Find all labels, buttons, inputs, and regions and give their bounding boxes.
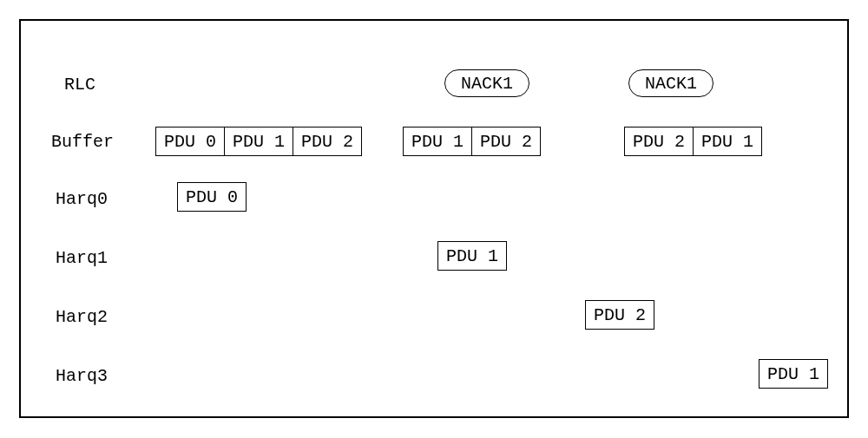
buffer-g1-pdu1: PDU 1 bbox=[224, 127, 293, 156]
buffer-g2-pdu2: PDU 2 bbox=[471, 127, 541, 156]
buffer-g1-pdu2: PDU 2 bbox=[293, 127, 362, 156]
harq0-label: Harq0 bbox=[56, 189, 108, 209]
harq3-label: Harq3 bbox=[56, 366, 108, 386]
nack-pill-1: NACK1 bbox=[444, 69, 529, 97]
harq2-label: Harq2 bbox=[56, 307, 108, 327]
nack-pill-2: NACK1 bbox=[628, 69, 713, 97]
harq1-label: Harq1 bbox=[56, 248, 108, 268]
harq1-pdu1: PDU 1 bbox=[437, 241, 507, 271]
buffer-g3-pdu1: PDU 1 bbox=[693, 127, 762, 156]
harq2-pdu2: PDU 2 bbox=[585, 300, 654, 330]
buffer-g3-pdu2: PDU 2 bbox=[624, 127, 694, 156]
harq3-pdu1: PDU 1 bbox=[759, 359, 828, 389]
buffer-g2-pdu1: PDU 1 bbox=[403, 127, 472, 156]
buffer-label: Buffer bbox=[51, 132, 114, 152]
rlc-label: RLC bbox=[64, 75, 95, 95]
buffer-g1-pdu0: PDU 0 bbox=[155, 127, 225, 156]
diagram-frame: RLC Buffer Harq0 Harq1 Harq2 Harq3 NACK1… bbox=[19, 19, 849, 418]
harq0-pdu0: PDU 0 bbox=[177, 182, 247, 212]
